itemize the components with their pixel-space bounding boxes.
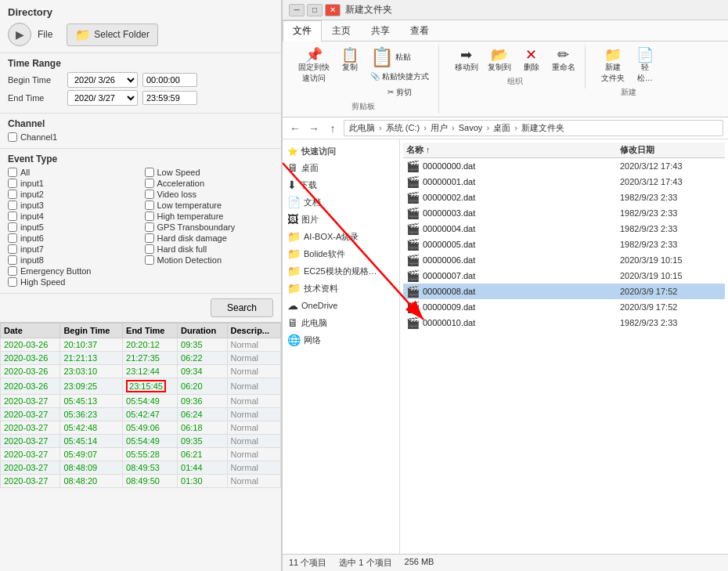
- address-path[interactable]: 此电脑 › 系统 (C:) › 用户 › Savoy › 桌面 › 新建文件夹: [344, 120, 723, 136]
- lowspeed-checkbox[interactable]: [145, 168, 154, 177]
- clipboard-label: 剪贴板: [351, 101, 375, 112]
- hddamage-checkbox[interactable]: [145, 233, 154, 243]
- table-row[interactable]: 2020-03-27 05:36:23 05:42:47 06:24 Norma…: [1, 408, 281, 421]
- tab-view[interactable]: 查看: [400, 20, 439, 41]
- file-list[interactable]: 名称 ↑ 修改日期 🎬 00000000.dat 2020/3/12 17:43…: [400, 139, 728, 554]
- table-row[interactable]: 2020-03-27 05:45:14 05:54:49 09:35 Norma…: [1, 435, 281, 448]
- motion-checkbox[interactable]: [145, 255, 154, 265]
- table-row[interactable]: 2020-03-27 05:45:13 05:54:49 09:36 Norma…: [1, 395, 281, 408]
- cell-desc: Normal: [227, 421, 281, 435]
- videoloss-checkbox[interactable]: [145, 190, 154, 199]
- input4-checkbox[interactable]: [8, 211, 17, 221]
- emergency-checkbox[interactable]: [8, 266, 17, 276]
- file-list-body: 🎬 00000000.dat 2020/3/12 17:43 🎬 0000000…: [403, 158, 725, 331]
- table-row[interactable]: 2020-03-27 05:42:48 05:49:06 06:18 Norma…: [1, 421, 281, 435]
- hightemp-checkbox[interactable]: [145, 211, 154, 221]
- list-item[interactable]: 🎬 00000001.dat 2020/3/12 17:43: [403, 174, 725, 190]
- list-item[interactable]: 🎬 00000003.dat 1982/9/23 2:33: [403, 205, 725, 221]
- move-to-btn[interactable]: ➡ 移动到: [452, 46, 481, 74]
- cut-btn[interactable]: ✂ 剪切: [367, 85, 432, 99]
- cell-date: 2020-03-27: [1, 421, 60, 435]
- table-row[interactable]: 2020-03-26 20:10:37 20:20:12 09:35 Norma…: [1, 338, 281, 352]
- table-row[interactable]: 2020-03-26 23:09:25 23:15:45 06:20 Norma…: [1, 378, 281, 395]
- begin-date-select[interactable]: 2020/ 3/26: [67, 72, 138, 88]
- cell-desc: Normal: [227, 461, 281, 475]
- tab-share[interactable]: 共享: [361, 20, 400, 41]
- table-row[interactable]: 2020-03-27 05:49:07 05:55:28 06:21 Norma…: [1, 448, 281, 461]
- nav-thispc[interactable]: 🖥 此电脑: [283, 314, 399, 331]
- input6-checkbox[interactable]: [8, 233, 17, 243]
- nav-downloads[interactable]: ⬇ 下载: [283, 176, 399, 193]
- quick-access-title[interactable]: ⭐ 快速访问: [283, 143, 399, 159]
- picture-icon: 🖼: [287, 213, 298, 226]
- input1-checkbox[interactable]: [8, 179, 17, 188]
- lowtemp-checkbox[interactable]: [145, 201, 154, 210]
- list-item[interactable]: 🎬 00000007.dat 2020/3/19 10:15: [403, 268, 725, 284]
- easy-access-btn[interactable]: 📄 轻松…: [631, 46, 659, 85]
- document-icon: 📄: [287, 196, 301, 208]
- input2-checkbox[interactable]: [8, 190, 17, 199]
- file-name: 🎬 00000007.dat: [406, 269, 620, 282]
- copy-to-btn[interactable]: 📂 复制到: [485, 46, 514, 74]
- delete-btn[interactable]: ✕ 删除: [517, 46, 546, 74]
- channel1-checkbox[interactable]: [8, 132, 17, 142]
- search-button[interactable]: Search: [211, 298, 273, 317]
- back-button[interactable]: ←: [287, 121, 303, 136]
- cell-date: 2020-03-26: [1, 365, 60, 378]
- nav-aibox[interactable]: 📁 AI-BOX-A烧录: [283, 228, 399, 245]
- cell-date: 2020-03-26: [1, 378, 60, 395]
- thispc-icon: 🖥: [287, 316, 298, 329]
- file-date: 2020/3/12 17:43: [620, 177, 722, 186]
- nav-network[interactable]: 🌐 网络: [283, 331, 399, 349]
- input7-checkbox[interactable]: [8, 244, 17, 254]
- input3-checkbox[interactable]: [8, 201, 17, 210]
- list-item[interactable]: 🎬 00000010.dat 1982/9/23 2:33: [403, 315, 725, 331]
- select-folder-button[interactable]: 📁 Select Folder: [67, 23, 158, 46]
- minimize-btn[interactable]: ─: [289, 4, 305, 16]
- accel-checkbox[interactable]: [145, 179, 154, 188]
- nav-bolide[interactable]: 📁 Bolide软件: [283, 245, 399, 262]
- end-date-select[interactable]: 2020/ 3/27: [67, 90, 138, 106]
- input5-checkbox[interactable]: [8, 222, 17, 232]
- nav-pictures[interactable]: 🖼 图片: [283, 211, 399, 228]
- pin-access-btn[interactable]: 📌 固定到快速访问: [295, 46, 333, 99]
- gps-checkbox[interactable]: [145, 222, 154, 232]
- list-item[interactable]: 🎬 00000000.dat 2020/3/12 17:43: [403, 158, 725, 174]
- end-time-input[interactable]: [142, 91, 197, 105]
- list-item[interactable]: 🎬 00000008.dat 2020/3/9 17:52: [403, 284, 725, 299]
- nav-onedrive[interactable]: ☁ OneDrive: [283, 297, 399, 314]
- table-row[interactable]: 2020-03-26 21:21:13 21:27:35 06:22 Norma…: [1, 352, 281, 365]
- nav-ec25[interactable]: 📁 EC25模块的规格书…: [283, 262, 399, 280]
- nav-tech[interactable]: 📁 技术资料: [283, 280, 399, 297]
- all-checkbox[interactable]: [8, 168, 17, 177]
- list-item[interactable]: 🎬 00000004.dat 1982/9/23 2:33: [403, 221, 725, 237]
- up-button[interactable]: ↑: [325, 121, 341, 136]
- paste-shortcut-btn[interactable]: 📎 粘贴快捷方式: [367, 70, 432, 84]
- forward-button[interactable]: →: [306, 121, 322, 136]
- highspeed-checkbox[interactable]: [8, 277, 17, 287]
- nav-documents[interactable]: 📄 文档: [283, 193, 399, 211]
- begin-time-input[interactable]: [142, 73, 197, 87]
- copy-btn[interactable]: 📋 复制: [336, 46, 364, 99]
- maximize-btn[interactable]: □: [307, 4, 323, 16]
- file-label: File: [38, 29, 52, 40]
- list-item[interactable]: 🎬 00000002.dat 1982/9/23 2:33: [403, 190, 725, 205]
- list-item[interactable]: 🎬 00000009.dat 2020/3/9 17:52: [403, 299, 725, 315]
- table-row[interactable]: 2020-03-26 23:03:10 23:12:44 09:34 Norma…: [1, 365, 281, 378]
- nav-desktop[interactable]: 🖥 桌面: [283, 159, 399, 176]
- list-item[interactable]: 🎬 00000006.dat 2020/3/19 10:15: [403, 252, 725, 268]
- paste-btn[interactable]: 📋 粘贴: [367, 46, 432, 68]
- input8-checkbox[interactable]: [8, 255, 17, 265]
- table-row[interactable]: 2020-03-27 08:48:09 08:49:53 01:44 Norma…: [1, 461, 281, 475]
- hdfull-checkbox[interactable]: [145, 244, 154, 254]
- new-folder-btn[interactable]: 📁 新建文件夹: [598, 46, 628, 85]
- rename-btn[interactable]: ✏ 重命名: [549, 46, 578, 74]
- list-item[interactable]: 🎬 00000005.dat 1982/9/23 2:33: [403, 237, 725, 252]
- dat-file-icon: 🎬: [406, 238, 420, 251]
- close-btn[interactable]: ✕: [325, 4, 341, 16]
- cell-date: 2020-03-27: [1, 475, 60, 488]
- event-table[interactable]: Date Begin Time End Time Duration Descri…: [0, 322, 281, 571]
- tab-file[interactable]: 文件: [283, 20, 322, 42]
- table-row[interactable]: 2020-03-27 08:48:20 08:49:50 01:30 Norma…: [1, 475, 281, 488]
- tab-home[interactable]: 主页: [322, 20, 361, 41]
